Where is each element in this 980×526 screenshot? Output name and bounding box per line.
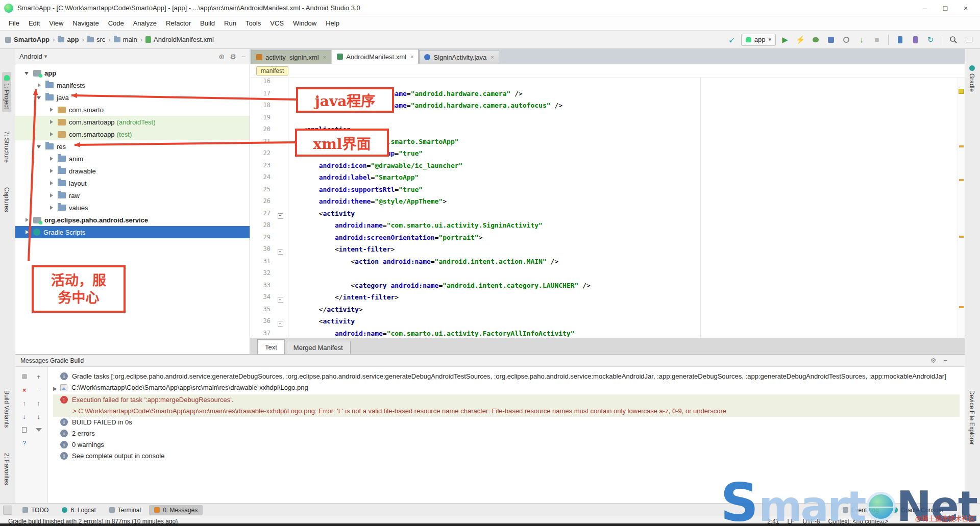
code-text[interactable]: </activity> [287, 306, 363, 318]
menu-run[interactable]: Run [219, 17, 241, 29]
expand-toggle-icon[interactable] [48, 155, 55, 162]
tree-item-java[interactable]: java [15, 91, 250, 104]
expand-toggle-icon[interactable] [48, 192, 55, 199]
sdk-manager-icon[interactable] [894, 34, 906, 46]
message-row-execution-failed[interactable]: !Execution failed for task ':app:mergeDe… [53, 394, 960, 406]
tool-button-gradle[interactable]: Gradle [967, 62, 976, 95]
code-text[interactable]: <intent-filter> [287, 245, 395, 258]
tree-item-com-smartoapp-test[interactable]: com.smartoapp (test) [15, 128, 250, 140]
gear-icon[interactable]: ⚙ [930, 357, 937, 364]
code-text[interactable]: android:name="com.smarto.ui.activity.Sig… [287, 221, 543, 234]
tree-item-raw[interactable]: raw [15, 189, 250, 202]
file-status-marker[interactable] [959, 89, 964, 94]
tool-button-project[interactable]: 1: Project [2, 72, 11, 112]
code-text[interactable]: </intent-filter> [287, 293, 399, 306]
message-row-gradle-tasks[interactable]: iGradle tasks [:org.eclipse.paho.android… [53, 371, 960, 382]
code-text[interactable]: android:theme="@style/AppTheme"> [287, 197, 447, 210]
collapse-all-icon[interactable]: − [32, 383, 46, 396]
menu-refactor[interactable]: Refactor [161, 17, 195, 29]
tool-button-todo[interactable]: TODO [17, 505, 54, 515]
hide-panel-icon[interactable]: − [943, 357, 947, 364]
expand-toggle-icon[interactable] [48, 204, 55, 211]
tool-window-layout-icon[interactable] [963, 34, 975, 46]
expand-toggle-icon[interactable] [23, 229, 31, 236]
next-message-icon[interactable]: ↓ [17, 410, 32, 423]
tree-item-anim[interactable]: anim [15, 153, 250, 165]
expand-toggle-icon[interactable] [48, 180, 55, 187]
tool-button-event-log[interactable]: Event Log [838, 505, 884, 515]
chevron-down-icon[interactable]: ▾ [44, 53, 47, 60]
menu-analyze[interactable]: Analyze [129, 17, 161, 29]
fold-marker[interactable] [274, 245, 287, 258]
message-row-errors-count[interactable]: i2 errors [53, 428, 960, 439]
sync-project-icon[interactable]: ↻ [924, 34, 937, 46]
breadcrumb-main[interactable]: main [114, 36, 137, 43]
message-row-build-failed[interactable]: iBUILD FAILED in 0s [53, 417, 960, 428]
tool-button-favorites[interactable]: 2: Favorites [2, 450, 11, 488]
tree-item-res[interactable]: res [15, 140, 250, 153]
code-text[interactable]: <activity [287, 317, 355, 330]
message-row-logo-png[interactable]: ▶C:\Work\smartapp\Code\SmartoApp\app\src… [53, 382, 960, 394]
tree-item-values[interactable]: values [15, 202, 250, 214]
tool-button-device-file-explorer[interactable]: Device File Explorer [967, 387, 976, 448]
warning-stripe-mark[interactable] [959, 236, 964, 238]
minimize-button[interactable]: – [915, 1, 935, 16]
tab-signinactivity-java[interactable]: SigninActivity.java× [419, 50, 499, 64]
gear-icon[interactable]: ⚙ [230, 53, 236, 61]
locate-file-icon[interactable]: ⊕ [219, 53, 225, 61]
filter-icon[interactable] [32, 423, 46, 436]
last-message-icon[interactable]: ↓ [32, 410, 46, 423]
debug-icon[interactable] [810, 34, 822, 46]
close-icon[interactable]: × [410, 54, 413, 60]
tool-button-captures[interactable]: Captures [2, 184, 11, 215]
code-editor[interactable]: 16 17 <uses-feature android:name="androi… [250, 78, 958, 338]
project-view-selector[interactable]: Android [19, 53, 42, 60]
code-text[interactable]: <category android:name="android.intent.c… [287, 282, 591, 294]
expand-toggle-icon[interactable] [48, 167, 55, 174]
tool-button-structure[interactable]: 7: Structure [2, 128, 11, 166]
tree-item-com-smartoapp-androidtest[interactable]: com.smartoapp (androidTest) [15, 116, 250, 128]
previous-message-icon[interactable]: ↑ [17, 396, 32, 410]
tool-button-logcat[interactable]: 6: Logcat [57, 505, 101, 515]
tab-activity-signin-xml[interactable]: activity_signin.xml× [251, 50, 331, 64]
menu-help[interactable]: Help [321, 17, 344, 29]
expand-toggle-icon[interactable] [23, 216, 31, 223]
close-icon[interactable]: × [323, 54, 326, 60]
menu-build[interactable]: Build [195, 17, 219, 29]
tree-item-manifests[interactable]: manifests [15, 79, 250, 91]
warning-stripe-mark[interactable] [959, 306, 964, 308]
tab-androidmanifest-xml[interactable]: AndroidManifest.xml× [332, 49, 419, 64]
expand-toggle-icon[interactable]: ▶ [53, 383, 60, 393]
export-icon[interactable] [17, 423, 32, 436]
hide-panel-icon[interactable]: − [241, 53, 246, 61]
warning-stripe-mark[interactable] [959, 145, 964, 147]
menu-tools[interactable]: Tools [241, 17, 265, 29]
tool-button-build-variants[interactable]: Build Variants [2, 387, 11, 431]
tree-item-app[interactable]: app [15, 67, 250, 79]
help-icon[interactable]: ? [17, 436, 32, 449]
tool-button-gradle-console[interactable]: Gradle Console [887, 505, 948, 515]
menu-edit[interactable]: Edit [24, 17, 44, 29]
maximize-button[interactable]: □ [935, 1, 955, 16]
message-row-see-output[interactable]: iSee complete output in console [53, 450, 960, 462]
tree-item-com-smarto[interactable]: com.smarto [15, 104, 250, 116]
code-text[interactable]: android:screenOrientation="portrait"> [287, 234, 483, 246]
attach-process-icon[interactable]: ↓ [855, 34, 868, 46]
breadcrumb-file[interactable]: AndroidManifest.xml [145, 36, 214, 43]
code-text[interactable]: <activity [287, 210, 355, 222]
menu-window[interactable]: Window [288, 17, 321, 29]
expand-toggle-icon[interactable] [48, 131, 55, 138]
code-text[interactable]: <action android:name="android.intent.act… [287, 258, 558, 270]
tree-item-drawable[interactable]: drawable [15, 165, 250, 177]
run-configuration-selector[interactable]: app ▾ [741, 34, 776, 46]
breadcrumb-src[interactable]: src [87, 36, 105, 43]
breadcrumb-app[interactable]: app [58, 36, 79, 43]
tree-item-org-eclipse-paho[interactable]: org.eclipse.paho.android.service [15, 214, 250, 226]
message-row-warnings-count[interactable]: i0 warnings [53, 439, 960, 450]
tree-item-layout[interactable]: layout [15, 177, 250, 189]
expand-toggle-icon[interactable] [23, 69, 31, 77]
tab-merged-manifest[interactable]: Merged Manifest [286, 341, 351, 354]
run-button[interactable]: ▶ [779, 34, 791, 46]
tool-button-terminal[interactable]: Terminal [104, 505, 146, 515]
menu-file[interactable]: File [4, 17, 24, 29]
